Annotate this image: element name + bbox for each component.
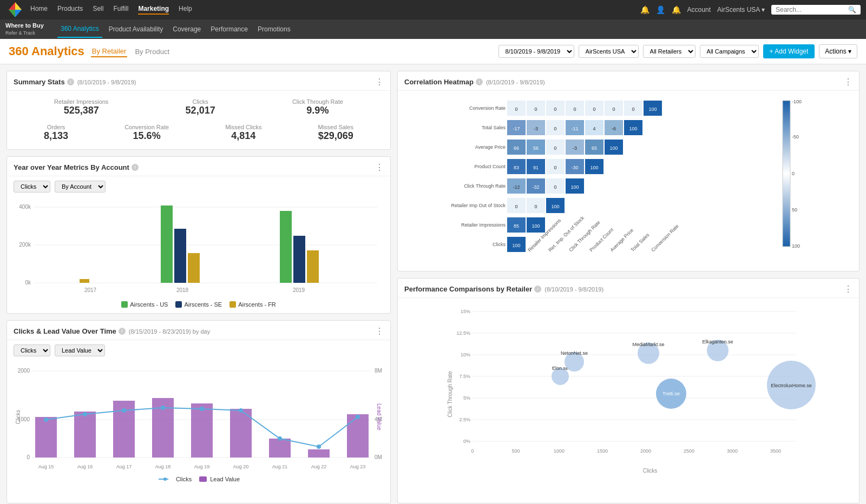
clicks-time-controls: Clicks Lead Value [7, 340, 390, 361]
legend-clicks-line: Clicks [158, 476, 192, 482]
yoy-bar-chart: 400k 200k 0k [14, 199, 384, 296]
svg-text:Aug 20: Aug 20 [233, 464, 249, 469]
svg-text:-17: -17 [513, 126, 520, 131]
svg-text:Click Through Rate: Click Through Rate [464, 183, 506, 189]
subnav-360[interactable]: 360 Analytics [57, 21, 102, 38]
account-filter[interactable]: AirScents USA [579, 45, 639, 58]
svg-text:3500: 3500 [770, 448, 781, 454]
nav-links: Home Products Sell Fulfill Marketing Hel… [30, 5, 640, 15]
tab-by-product[interactable]: By Product [134, 47, 170, 57]
nav-help[interactable]: Help [179, 5, 192, 15]
yoy-group-select[interactable]: By Account [55, 181, 106, 193]
notification-icon[interactable]: 🔔 [640, 5, 650, 14]
svg-text:91: 91 [533, 165, 539, 170]
legend-leadvalue-color [199, 476, 207, 482]
user-icon[interactable]: 👤 [656, 5, 665, 14]
account-label[interactable]: Account [687, 6, 711, 14]
account-flag[interactable]: AirScents USA ▾ [717, 6, 765, 14]
svg-text:Average Price: Average Price [475, 144, 506, 150]
svg-text:0: 0 [27, 454, 30, 460]
subnav-availability[interactable]: Product Availability [106, 21, 167, 37]
stat-orders: Orders 8,133 [44, 124, 68, 142]
retailers-filter[interactable]: All Retailers [643, 45, 696, 58]
svg-text:0: 0 [632, 107, 634, 112]
campaigns-filter[interactable]: All Campaigns [700, 45, 759, 58]
svg-text:Clicks: Clicks [15, 410, 21, 425]
yoy-header: Year over Year Metrics By Account i ⋮ [7, 157, 390, 176]
summary-stats-header: Summary Stats i (8/10/2019 - 9/8/2019) ⋮ [7, 71, 390, 91]
logo[interactable] [5, 0, 25, 19]
clicks-metric1-select[interactable]: Clicks [14, 344, 50, 356]
stats-row-2: Orders 8,133 Conversion Rate 15.6% Misse… [16, 124, 382, 142]
performance-menu[interactable]: ⋮ [844, 284, 852, 294]
nav-products[interactable]: Products [57, 5, 83, 15]
svg-point-43 [239, 408, 243, 413]
search-input[interactable] [776, 6, 846, 14]
clicks-time-menu[interactable]: ⋮ [375, 326, 384, 336]
svg-marker-2 [9, 10, 15, 17]
top-nav: Home Products Sell Fulfill Marketing Hel… [0, 0, 866, 19]
svg-rect-33 [191, 403, 213, 457]
svg-point-40 [122, 408, 126, 413]
subnav-performance[interactable]: Performance [207, 21, 251, 37]
subnav-promotions[interactable]: Promotions [254, 21, 294, 37]
date-range-filter[interactable]: 8/10/2019 - 9/8/2019 [498, 45, 574, 58]
nav-fulfill[interactable]: Fulfill [113, 5, 128, 15]
yoy-legend: Airscents - US Airscents - SE Airscents … [7, 298, 390, 313]
svg-rect-10 [80, 279, 89, 283]
svg-text:Ret. Imp. Out of Stock: Ret. Imp. Out of Stock [547, 215, 585, 253]
svg-text:200k: 200k [19, 242, 31, 248]
svg-rect-30 [74, 412, 96, 457]
stat-label-ms: Missed Sales [318, 124, 353, 130]
nav-home[interactable]: Home [30, 5, 48, 15]
svg-text:0: 0 [792, 171, 795, 176]
svg-marker-1 [15, 2, 22, 10]
summary-stats-menu[interactable]: ⋮ [375, 77, 384, 87]
legend-fr: Airscents - FR [229, 301, 276, 308]
clicks-metric2-select[interactable]: Lead Value [55, 344, 105, 356]
yoy-info: i [132, 164, 139, 171]
svg-rect-14 [280, 211, 292, 283]
svg-text:Aug 23: Aug 23 [350, 464, 366, 469]
svg-text:0: 0 [554, 165, 556, 170]
stat-label-ctr: Click Through Rate [292, 98, 343, 105]
svg-text:Aug 17: Aug 17 [116, 464, 132, 469]
legend-se-color [175, 301, 182, 308]
yoy-menu[interactable]: ⋮ [375, 162, 384, 173]
bell-icon[interactable]: 🔔 [672, 5, 681, 14]
svg-text:5%: 5% [463, 395, 470, 401]
svg-text:0: 0 [573, 107, 576, 112]
svg-text:-6: -6 [612, 126, 616, 131]
svg-text:0%: 0% [463, 439, 470, 444]
svg-text:Aug 18: Aug 18 [155, 464, 171, 469]
svg-text:0: 0 [612, 107, 615, 112]
svg-text:Aug 19: Aug 19 [194, 464, 210, 469]
heatmap-svg: Clicks Retailer Impressions Ret. Imp. Ou… [404, 95, 852, 263]
svg-text:1500: 1500 [597, 448, 608, 454]
right-column: Correlation Heatmap i (8/10/2019 - 9/8/2… [397, 71, 860, 503]
svg-text:2019: 2019 [293, 287, 305, 293]
nav-marketing[interactable]: Marketing [138, 5, 169, 15]
clicks-time-header: Clicks & Lead Value Over Time i (8/15/20… [7, 321, 390, 340]
stat-ctr: Click Through Rate 9.9% [292, 98, 343, 116]
svg-text:100: 100 [590, 165, 598, 170]
nav-sell[interactable]: Sell [93, 5, 103, 15]
add-widget-button[interactable]: + Add Widget [763, 44, 815, 58]
svg-text:4: 4 [593, 126, 595, 131]
svg-text:-3: -3 [573, 145, 577, 151]
stat-conversion: Conversion Rate 15.6% [124, 124, 169, 142]
legend-se: Airscents - SE [175, 301, 222, 308]
svg-text:100: 100 [512, 243, 520, 248]
yoy-metric-select[interactable]: Clicks [14, 181, 50, 193]
filters: 8/10/2019 - 9/8/2019 AirScents USA All R… [498, 44, 857, 58]
search-bar[interactable]: 🔍 [771, 5, 861, 15]
svg-rect-13 [188, 253, 200, 283]
actions-button[interactable]: Actions ▾ [819, 44, 857, 58]
svg-text:66: 66 [514, 145, 519, 151]
subnav-coverage[interactable]: Coverage [169, 21, 204, 37]
svg-rect-16 [307, 250, 319, 283]
tab-by-retailer[interactable]: By Retailer [91, 46, 128, 57]
heatmap-date: (8/10/2019 - 9/8/2019) [486, 79, 545, 85]
svg-text:3000: 3000 [727, 448, 738, 454]
heatmap-menu[interactable]: ⋮ [844, 77, 852, 87]
